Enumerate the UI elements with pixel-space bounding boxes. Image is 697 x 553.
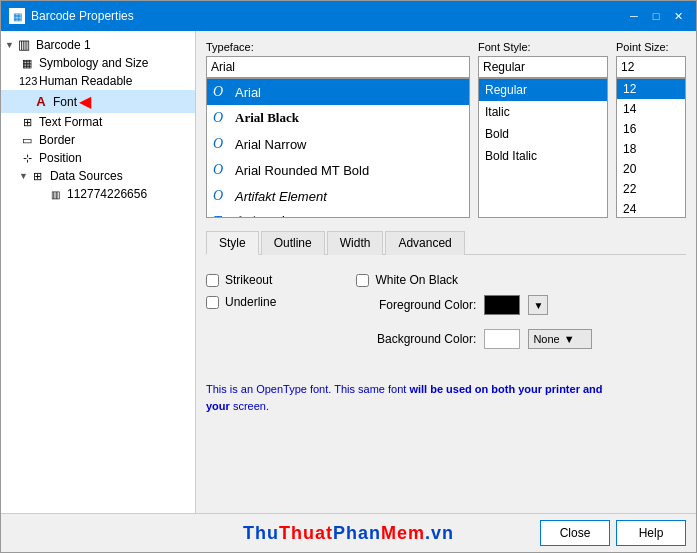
sidebar-item-font[interactable]: A Font ◀ (1, 90, 195, 113)
style-input[interactable] (478, 56, 608, 78)
strikeout-row: Strikeout (206, 273, 276, 287)
sidebar-item-label: Border (39, 133, 75, 147)
white-on-black-checkbox[interactable] (356, 274, 369, 287)
strikeout-label: Strikeout (225, 273, 272, 287)
tab-style[interactable]: Style (206, 231, 259, 255)
size-list[interactable]: 12 14 16 18 20 22 24 26 28 36 (616, 78, 686, 218)
list-item[interactable]: Bold (479, 123, 607, 145)
list-item[interactable]: O Arial Narrow (207, 131, 469, 157)
info-text-content: This is an OpenType font. This same font… (206, 383, 603, 412)
list-item[interactable]: O Arial (207, 79, 469, 105)
sidebar-item-label: Text Format (39, 115, 102, 129)
text-format-icon: ⊞ (19, 116, 35, 129)
sidebar-item-label: Font (53, 95, 77, 109)
list-item[interactable]: 16 (617, 119, 685, 139)
typeface-column: Typeface: O Arial O Arial Black (206, 41, 470, 218)
list-item[interactable]: 20 (617, 159, 685, 179)
list-item[interactable]: 12 (617, 79, 685, 99)
watermark-thuat: Thuat (279, 523, 333, 543)
size-input[interactable] (616, 56, 686, 78)
list-item[interactable]: Bold Italic (479, 145, 607, 167)
sidebar-item-human-readable[interactable]: 123 Human Readable (1, 72, 195, 90)
minimize-button[interactable]: ─ (624, 7, 644, 25)
help-button[interactable]: Help (616, 520, 686, 546)
typeface-input[interactable] (206, 56, 470, 78)
sidebar-item-label: 112774226656 (67, 187, 147, 201)
options-area: Strikeout Underline White On Black Foreg… (206, 265, 686, 363)
size-label: Point Size: (616, 41, 686, 53)
right-panel: Typeface: O Arial O Arial Black (196, 31, 696, 513)
fg-color-row: Foreground Color: ▼ (356, 295, 591, 315)
sidebar-item-border[interactable]: ▭ Border (1, 131, 195, 149)
sidebar-item-position[interactable]: ⊹ Position (1, 149, 195, 167)
style-label: Font Style: (478, 41, 608, 53)
barcode-icon: ▥ (16, 37, 32, 52)
tab-outline[interactable]: Outline (261, 231, 325, 255)
list-item[interactable]: 14 (617, 99, 685, 119)
sidebar-item-data-sources[interactable]: ▼ ⊞ Data Sources (1, 167, 195, 185)
sidebar-item-label: Human Readable (39, 74, 132, 88)
size-column: Point Size: 12 14 16 18 20 22 24 26 28 3… (616, 41, 686, 218)
symbology-icon: ▦ (19, 57, 35, 70)
app-icon: ▦ (9, 8, 25, 24)
bg-color-dropdown[interactable]: None ▼ (528, 329, 591, 349)
list-item[interactable]: O Arial Black (207, 105, 469, 131)
font-name: Artifakt Element (235, 189, 327, 204)
opentype-icon: O (213, 188, 229, 204)
list-item[interactable]: Italic (479, 101, 607, 123)
strikeout-checkbox[interactable] (206, 274, 219, 287)
font-selector-row: Typeface: O Arial O Arial Black (206, 41, 686, 218)
sidebar-item-barcode-num[interactable]: ▥ 112774226656 (1, 185, 195, 203)
list-item[interactable]: O Artifakt Element (207, 183, 469, 209)
underline-row: Underline (206, 295, 276, 309)
bg-none-text: None (533, 333, 559, 345)
style-list[interactable]: Regular Italic Bold Bold Italic (478, 78, 608, 218)
sidebar-item-label: Position (39, 151, 82, 165)
title-bar-left: ▦ Barcode Properties (9, 8, 134, 24)
sidebar-item-barcode1[interactable]: ▼ ▥ Barcode 1 (1, 35, 195, 54)
underline-checkbox[interactable] (206, 296, 219, 309)
right-options: White On Black Foreground Color: ▼ Backg… (356, 273, 591, 355)
data-sources-icon: ⊞ (30, 170, 46, 183)
font-icon: A (33, 94, 49, 109)
close-button[interactable]: Close (540, 520, 610, 546)
font-name: Arial Rounded MT Bold (235, 163, 369, 178)
watermark-mem: Mem (381, 523, 425, 543)
sidebar-item-text-format[interactable]: ⊞ Text Format (1, 113, 195, 131)
list-item[interactable]: O Arial Rounded MT Bold (207, 157, 469, 183)
sidebar-item-label: Data Sources (50, 169, 123, 183)
symbol-icon: Ŧ (213, 214, 229, 218)
border-icon: ▭ (19, 134, 35, 147)
main-content: ▼ ▥ Barcode 1 ▦ Symbology and Size 123 H… (1, 31, 696, 513)
font-name: Arial Narrow (235, 137, 307, 152)
bottom-bar: ThuThuatPhanMem.vn Close Help (1, 513, 696, 552)
style-column: Font Style: Regular Italic Bold Bold Ita… (478, 41, 608, 218)
sidebar-item-label: Symbology and Size (39, 56, 148, 70)
expand-arrow2: ▼ (19, 171, 28, 181)
tab-width[interactable]: Width (327, 231, 384, 255)
fg-color-dropdown[interactable]: ▼ (528, 295, 548, 315)
sidebar-item-symbology[interactable]: ▦ Symbology and Size (1, 54, 195, 72)
selected-arrow: ◀ (79, 92, 91, 111)
list-item[interactable]: 24 (617, 199, 685, 218)
bg-color-label: Background Color: (356, 332, 476, 346)
close-window-button[interactable]: ✕ (668, 7, 688, 25)
tab-advanced[interactable]: Advanced (385, 231, 464, 255)
position-icon: ⊹ (19, 152, 35, 165)
title-controls: ─ □ ✕ (624, 7, 688, 25)
typeface-list[interactable]: O Arial O Arial Black O Arial Narrow (206, 78, 470, 218)
list-item[interactable]: Ŧ ✤ ✥ £ ŦİŦ (207, 209, 469, 218)
sidebar-item-label: Barcode 1 (36, 38, 91, 52)
opentype-icon: O (213, 162, 229, 178)
watermark: ThuThuatPhanMem.vn (243, 523, 454, 544)
list-item[interactable]: 22 (617, 179, 685, 199)
font-name: Arial Black (235, 110, 299, 126)
list-item[interactable]: Regular (479, 79, 607, 101)
watermark-thu: Thu (243, 523, 279, 543)
barcode-num-icon: ▥ (47, 189, 63, 200)
left-checkboxes: Strikeout Underline (206, 273, 276, 355)
typeface-label: Typeface: (206, 41, 470, 53)
fg-color-box[interactable] (484, 295, 520, 315)
list-item[interactable]: 18 (617, 139, 685, 159)
maximize-button[interactable]: □ (646, 7, 666, 25)
